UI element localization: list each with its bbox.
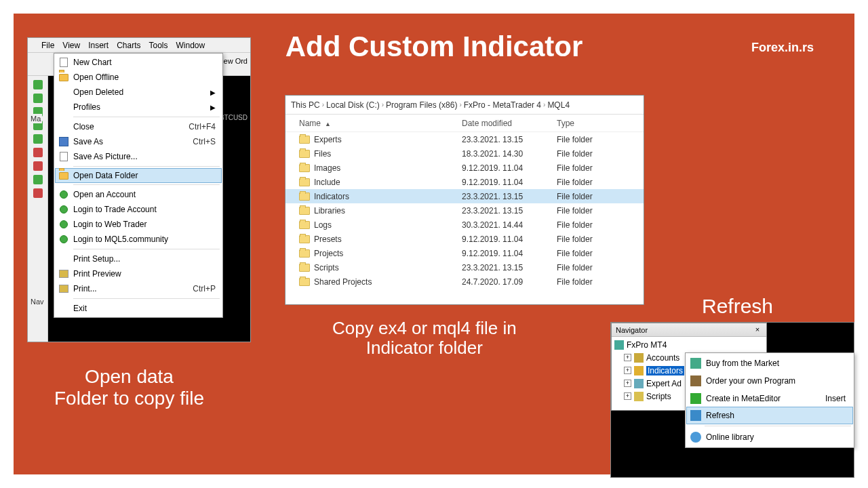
- folder-name: Include: [314, 178, 340, 187]
- plus-icon: [690, 393, 701, 404]
- navigator-title-text: Navigator: [616, 326, 648, 334]
- ctx-item-order-your-own-program[interactable]: Order your own Program: [687, 372, 852, 390]
- folder-row-projects[interactable]: Projects9.12.2019. 11.04File folder: [285, 246, 644, 260]
- folder-icon: [299, 164, 310, 172]
- menu-item-label: Save As Picture...: [73, 152, 138, 161]
- user-icon: [58, 204, 69, 215]
- folder-row-presets[interactable]: Presets9.12.2019. 11.04File folder: [285, 232, 644, 246]
- symbol-up-icon: [33, 94, 43, 103]
- ctx-item-buy-from-the-market[interactable]: Buy from the Market: [687, 354, 852, 372]
- breadcrumb-segment[interactable]: This PC: [291, 100, 320, 110]
- menu-separator: [73, 117, 220, 117]
- folder-row-shared-projects[interactable]: Shared Projects24.7.2020. 17.09File fold…: [285, 274, 644, 289]
- folder-icon: [58, 170, 69, 181]
- menu-item-open-an-account[interactable]: Open an Account: [56, 187, 221, 202]
- symbol-up-icon: [33, 175, 43, 184]
- slide-canvas: Add Custom Indicator Forex.in.rs Open da…: [14, 14, 854, 474]
- user-icon: [58, 189, 69, 200]
- menu-item-open-data-folder[interactable]: Open Data Folder: [55, 168, 222, 183]
- menu-item-print-[interactable]: Print...Ctrl+P: [56, 281, 221, 296]
- menu-item-profiles[interactable]: Profiles▶: [56, 100, 221, 115]
- menu-item-label: Print Setup...: [73, 254, 120, 264]
- tree-node-label: Scripts: [646, 392, 671, 401]
- menu-window[interactable]: Window: [176, 41, 205, 50]
- breadcrumb-segment[interactable]: MQL4: [547, 100, 570, 110]
- date-modified: 23.3.2021. 13.15: [462, 192, 557, 201]
- folder-row-experts[interactable]: Experts23.3.2021. 13.15File folder: [285, 132, 644, 146]
- expand-icon[interactable]: +: [624, 367, 631, 374]
- ctx-item-label: Refresh: [706, 411, 734, 420]
- file-type: File folder: [557, 192, 625, 201]
- folder-row-logs[interactable]: Logs30.3.2021. 14.44File folder: [285, 218, 644, 232]
- menu-item-login-to-trade-account[interactable]: Login to Trade Account: [56, 202, 221, 217]
- expand-icon[interactable]: +: [624, 380, 631, 387]
- tree-root[interactable]: FxPro MT4: [614, 338, 764, 351]
- folder-name: Scripts: [314, 263, 339, 272]
- file-type: File folder: [557, 277, 625, 287]
- menu-tools[interactable]: Tools: [149, 41, 168, 50]
- symbol-up-icon: [33, 134, 43, 144]
- menu-item-login-to-mql5-community[interactable]: Login to MQL5.community: [56, 232, 221, 247]
- menu-item-label: Close: [73, 122, 94, 131]
- ctx-item-refresh[interactable]: Refresh: [686, 407, 853, 424]
- chevron-right-icon: ›: [543, 101, 545, 108]
- column-name[interactable]: Name: [299, 119, 321, 128]
- folder-row-libraries[interactable]: Libraries23.3.2021. 13.15File folder: [285, 203, 644, 218]
- chevron-right-icon: ›: [322, 101, 324, 108]
- folder-row-scripts[interactable]: Scripts23.3.2021. 13.15File folder: [285, 260, 644, 274]
- menu-charts[interactable]: Charts: [117, 41, 140, 50]
- breadcrumb[interactable]: This PC›Local Disk (C:)›Program Files (x…: [285, 96, 644, 115]
- folder-name: Presets: [314, 235, 342, 244]
- ctx-item-label: Order your own Program: [706, 376, 795, 386]
- menu-file[interactable]: File: [41, 41, 54, 50]
- navigator-titlebar[interactable]: Navigator ×: [612, 323, 766, 337]
- menu-item-login-to-web-trader[interactable]: Login to Web Trader: [56, 217, 221, 232]
- folder-row-include[interactable]: Include9.12.2019. 11.04File folder: [285, 175, 644, 189]
- menu-item-label: Login to Web Trader: [73, 220, 147, 229]
- menu-item-save-as[interactable]: Save AsCtrl+S: [56, 134, 221, 149]
- ctx-item-online-library[interactable]: Online library: [687, 428, 852, 446]
- breadcrumb-segment[interactable]: FxPro - MetaTrader 4: [464, 100, 541, 110]
- breadcrumb-segment[interactable]: Local Disk (C:): [326, 100, 380, 110]
- acc-icon: [634, 353, 644, 363]
- navigator-label: Nav: [29, 297, 45, 306]
- folder-row-files[interactable]: Files18.3.2021. 14.30File folder: [285, 146, 644, 161]
- column-type[interactable]: Type: [557, 119, 625, 128]
- menu-separator: [73, 249, 220, 249]
- caption-line: Open data: [85, 366, 174, 387]
- menu-view[interactable]: View: [62, 41, 80, 50]
- caption-line: Folder to copy file: [54, 388, 204, 409]
- tree-node-label: Expert Ad: [646, 379, 682, 388]
- folder-icon: [299, 221, 310, 229]
- menu-insert[interactable]: Insert: [88, 41, 108, 50]
- tree-node-label: Indicators: [646, 366, 684, 375]
- folder-row-indicators[interactable]: Indicators23.3.2021. 13.15File folder: [285, 189, 644, 203]
- folder-icon: [299, 278, 310, 286]
- menu-item-exit[interactable]: Exit: [56, 301, 221, 316]
- menu-item-open-deleted[interactable]: Open Deleted▶: [56, 85, 221, 100]
- expand-icon[interactable]: +: [624, 354, 631, 361]
- explorer-header[interactable]: Name▲ Date modified Type: [285, 115, 644, 132]
- explorer-rows: Experts23.3.2021. 13.15File folderFiles1…: [285, 132, 644, 289]
- expand-icon[interactable]: +: [624, 392, 631, 400]
- close-icon[interactable]: ×: [753, 325, 762, 335]
- folder-row-images[interactable]: Images9.12.2019. 11.04File folder: [285, 161, 644, 175]
- file-menu-dropdown: New ChartOpen OfflineOpen Deleted▶Profil…: [54, 53, 223, 318]
- menu-item-close[interactable]: CloseCtrl+F4: [56, 119, 221, 134]
- print-icon: [58, 283, 69, 294]
- date-modified: 18.3.2021. 14.30: [462, 149, 557, 159]
- file-type: File folder: [557, 249, 625, 258]
- menu-item-save-as-picture-[interactable]: Save As Picture...: [56, 149, 221, 164]
- ctx-item-label: Create in MetaEditor: [706, 394, 781, 403]
- file-type: File folder: [557, 220, 625, 230]
- ctx-item-label: Buy from the Market: [706, 359, 779, 368]
- menu-item-open-offline[interactable]: Open Offline: [56, 70, 221, 85]
- menu-item-new-chart[interactable]: New Chart: [56, 55, 221, 70]
- date-modified: 9.12.2019. 11.04: [462, 235, 557, 244]
- column-date[interactable]: Date modified: [462, 119, 557, 128]
- ctx-item-create-in-metaeditor[interactable]: Create in MetaEditorInsert: [687, 390, 852, 407]
- folder-name: Indicators: [314, 192, 349, 201]
- breadcrumb-segment[interactable]: Program Files (x86): [386, 100, 457, 110]
- menu-item-print-preview[interactable]: Print Preview: [56, 266, 221, 281]
- menu-item-print-setup-[interactable]: Print Setup...: [56, 251, 221, 266]
